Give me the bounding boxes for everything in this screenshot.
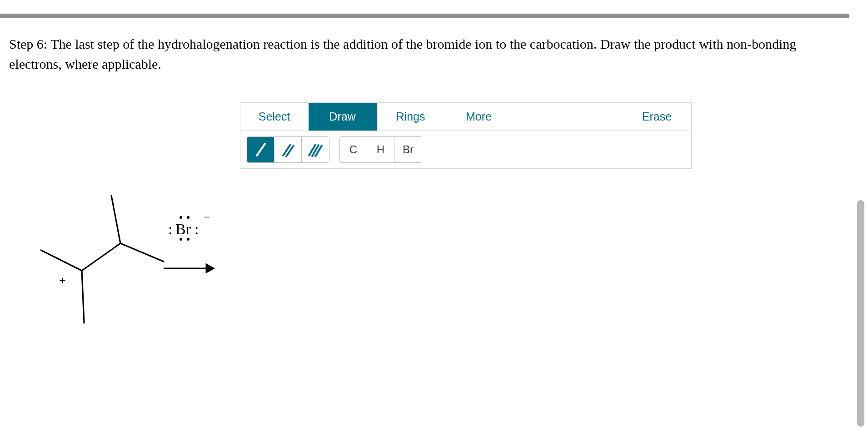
svg-line-1 <box>82 271 84 323</box>
double-bond-icon <box>280 142 296 157</box>
svg-point-8 <box>180 216 182 219</box>
svg-line-4 <box>120 243 164 262</box>
tab-draw[interactable]: Draw <box>309 103 377 131</box>
single-bond-tool[interactable] <box>247 137 274 162</box>
tab-select[interactable]: Select <box>240 103 309 131</box>
svg-line-3 <box>111 196 120 243</box>
element-br-button[interactable]: Br <box>394 137 422 162</box>
svg-text:+: + <box>59 274 66 287</box>
drawing-toolbar: Select Draw Rings More Erase <box>240 102 692 169</box>
triple-bond-icon <box>307 142 324 157</box>
tab-spacer <box>513 103 623 131</box>
tab-more[interactable]: More <box>445 103 513 131</box>
svg-text:−: − <box>204 211 210 224</box>
svg-point-10 <box>180 238 182 241</box>
element-c-button[interactable]: C <box>340 137 367 162</box>
reactant-diagram: + : Br : − <box>32 191 223 350</box>
tab-erase[interactable]: Erase <box>623 103 691 131</box>
svg-text::: : <box>168 221 172 237</box>
tool-row: C H Br <box>240 131 691 168</box>
bromide-label: Br <box>175 221 191 237</box>
svg-line-2 <box>82 243 120 271</box>
svg-line-17 <box>286 146 294 156</box>
svg-marker-14 <box>206 264 214 272</box>
toolbar-tabs: Select Draw Rings More Erase <box>240 103 691 131</box>
top-divider <box>0 14 849 18</box>
single-bond-icon <box>254 142 268 157</box>
svg-point-9 <box>187 216 190 219</box>
question-text: Step 6: The last step of the hydrohaloge… <box>9 34 841 74</box>
element-tool-group: C H Br <box>339 136 422 163</box>
svg-line-15 <box>257 144 265 156</box>
bond-tool-group <box>247 136 329 163</box>
element-h-button[interactable]: H <box>367 137 394 162</box>
svg-line-16 <box>283 145 290 156</box>
double-bond-tool[interactable] <box>274 137 302 162</box>
scrollbar-thumb[interactable] <box>857 200 864 427</box>
svg-point-11 <box>187 238 190 241</box>
svg-text::: : <box>195 221 199 237</box>
triple-bond-tool[interactable] <box>302 137 329 162</box>
tab-rings[interactable]: Rings <box>377 103 445 131</box>
svg-line-0 <box>41 250 82 271</box>
